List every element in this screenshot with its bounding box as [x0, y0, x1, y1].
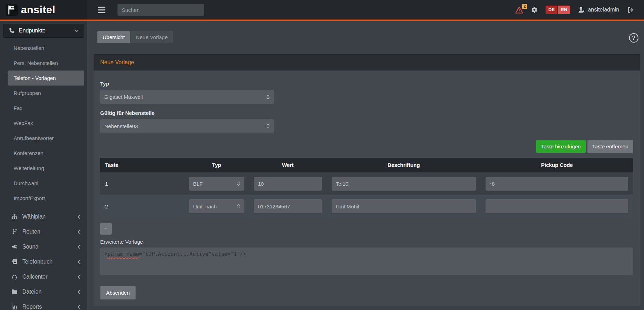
- sidebar: Endpunkte Nebenstellen Pers. Nebenstelle…: [0, 21, 87, 310]
- help-button[interactable]: ?: [629, 33, 638, 43]
- sidebar-item-label: Dateien: [22, 289, 42, 295]
- branch-icon: [11, 229, 18, 235]
- lang-de-button[interactable]: DE: [546, 6, 557, 14]
- sidebar-item-waehlplan[interactable]: Wählplan: [0, 209, 87, 224]
- key-actions: Taste hinzufügen Taste entfernen: [100, 140, 633, 153]
- folder-icon: [11, 289, 18, 295]
- sidebar-item-endpunkte[interactable]: Endpunkte: [3, 24, 84, 38]
- template-textarea[interactable]: <param name="SIP.Account.1.Active"value=…: [100, 248, 633, 275]
- code-text-marked: param name: [108, 251, 139, 257]
- key-value-input[interactable]: [254, 199, 322, 213]
- sidebar-item-import-export[interactable]: Import/Export: [8, 191, 84, 206]
- topbar: ansitel 2 DE EN ansiteladmin: [0, 0, 644, 20]
- key-number: 2: [100, 195, 184, 218]
- select-arrows-icon: [237, 181, 240, 186]
- minus-button[interactable]: -: [100, 223, 112, 235]
- nebenstelle-label: Gültig für Nebenstelle: [100, 110, 633, 116]
- code-text: <: [104, 251, 108, 257]
- panel-title: Neue Vorlage: [94, 54, 640, 71]
- keys-table: Taste Typ Wert Beschriftung Pickup Code …: [100, 158, 633, 217]
- tab-uebersicht[interactable]: Übersicht: [97, 31, 130, 43]
- key-pickup-input[interactable]: [486, 199, 628, 213]
- nebenstelle-select[interactable]: Nebenstelle03: [100, 119, 274, 133]
- chevron-left-icon: [77, 305, 80, 309]
- chevron-left-icon: [77, 215, 80, 219]
- settings-button[interactable]: [531, 6, 538, 13]
- chevron-left-icon: [77, 230, 80, 234]
- sidebar-item-callcenter[interactable]: Callcenter: [0, 269, 87, 284]
- brand-name: ansitel: [21, 4, 55, 16]
- submit-button[interactable]: Absenden: [100, 286, 136, 300]
- topbar-actions: 2 DE EN ansiteladmin: [515, 6, 644, 14]
- sidebar-item-reports[interactable]: Reports: [0, 299, 87, 310]
- chevron-left-icon: [77, 260, 80, 264]
- add-key-button[interactable]: Taste hinzufügen: [536, 140, 585, 153]
- brand-logo: ansitel: [0, 0, 87, 20]
- logout-button[interactable]: [627, 7, 634, 13]
- table-row: 1 BLF: [100, 172, 633, 195]
- sidebar-item-pers-nebenstellen[interactable]: Pers. Nebenstellen: [8, 56, 84, 71]
- sidebar-item-label: Endpunkte: [19, 28, 46, 34]
- sidebar-item-sound[interactable]: Sound: [0, 239, 87, 254]
- key-pickup-input[interactable]: [486, 177, 628, 191]
- typ-label: Typ: [100, 81, 633, 87]
- gear-icon: [531, 6, 538, 13]
- sidebar-item-label: Routen: [22, 229, 40, 235]
- sidebar-item-durchwahl[interactable]: Durchwahl: [8, 176, 84, 191]
- chevron-left-icon: [77, 245, 80, 249]
- code-text: ="SIP.Account.1.Active"value="1"/>: [139, 251, 246, 257]
- key-type-select[interactable]: BLF: [189, 177, 244, 191]
- erweiterte-vorlage-label: Erweiterte Vorlage: [100, 239, 633, 245]
- key-type-select[interactable]: Uml. nach: [189, 199, 244, 213]
- column-header-pickup-code: Pickup Code: [481, 158, 633, 172]
- sidebar-item-label: Reports: [22, 304, 42, 310]
- sidebar-item-rufgruppen[interactable]: Rufgruppen: [8, 86, 84, 101]
- user-icon: [578, 7, 585, 13]
- sidebar-item-label: Wählplan: [22, 214, 46, 220]
- column-header-taste: Taste: [100, 158, 184, 172]
- panel-body: Typ Gigaset Maxwell Gültig für Nebenstel…: [94, 71, 640, 306]
- remove-key-button[interactable]: Taste entfernen: [587, 140, 633, 153]
- select-arrows-icon: [266, 124, 270, 129]
- phone-icon: [8, 28, 15, 34]
- key-number: 1: [100, 172, 184, 195]
- table-row: 2 Uml. nach: [100, 195, 633, 218]
- sidebar-item-webfax[interactable]: WebFax: [8, 116, 84, 131]
- language-switcher: DE EN: [546, 6, 570, 14]
- sidebar-item-routen[interactable]: Routen: [0, 224, 87, 239]
- key-type-value: BLF: [193, 181, 203, 187]
- sidebar-item-fax[interactable]: Fax: [8, 101, 84, 116]
- key-label-input[interactable]: [332, 177, 476, 191]
- logout-icon: [627, 7, 634, 13]
- key-label-input[interactable]: [332, 199, 476, 213]
- sidebar-item-telefon-vorlagen[interactable]: Telefon - Vorlagen: [8, 71, 84, 86]
- nebenstelle-select-value: Nebenstelle03: [104, 123, 138, 129]
- chevron-down-icon: [75, 29, 79, 32]
- key-value-input[interactable]: [254, 177, 322, 191]
- column-header-beschriftung: Beschriftung: [327, 158, 481, 172]
- sidebar-item-label: Callcenter: [22, 274, 47, 280]
- sidebar-item-anrufbeantworter[interactable]: Anrufbeantworter: [8, 131, 84, 146]
- typ-select-value: Gigaset Maxwell: [104, 94, 143, 100]
- sidebar-item-nebenstellen[interactable]: Nebenstellen: [8, 40, 84, 56]
- sitemap-icon: [11, 214, 18, 220]
- volume-icon: [11, 244, 18, 250]
- key-type-value: Uml. nach: [193, 204, 217, 209]
- column-header-typ: Typ: [184, 158, 249, 172]
- sidebar-item-dateien[interactable]: Dateien: [0, 284, 87, 299]
- chevron-left-icon: [77, 290, 80, 294]
- chart-icon: [11, 304, 18, 310]
- sidebar-item-konferenzen[interactable]: Konferenzen: [8, 146, 84, 161]
- lang-en-button[interactable]: EN: [558, 6, 570, 14]
- chevron-left-icon: [77, 275, 80, 279]
- alert-count-badge: 2: [522, 4, 527, 9]
- sidebar-item-weiterleitung[interactable]: Weiterleitung: [8, 161, 84, 176]
- search-input[interactable]: [117, 4, 204, 16]
- sidebar-item-telefonbuch[interactable]: Telefonbuch: [0, 254, 87, 269]
- typ-select[interactable]: Gigaset Maxwell: [100, 90, 274, 104]
- menu-toggle-button[interactable]: [98, 7, 106, 13]
- tab-neue-vorlage[interactable]: Neue Vorlage: [131, 31, 173, 43]
- user-menu[interactable]: ansiteladmin: [578, 7, 619, 13]
- alerts-button[interactable]: 2: [515, 6, 523, 14]
- brand-flag-icon: [6, 4, 18, 16]
